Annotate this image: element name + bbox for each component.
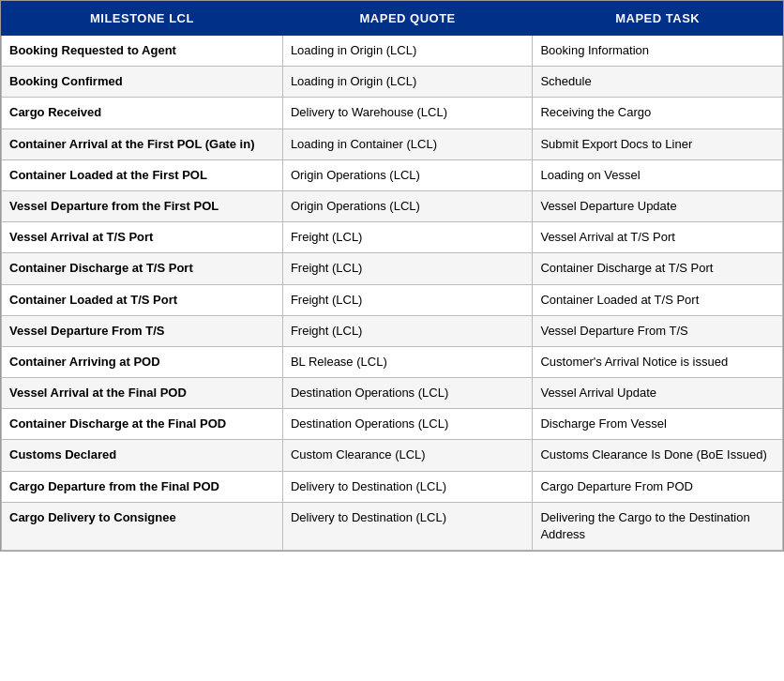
cell-milestone: Booking Confirmed: [2, 67, 283, 98]
cell-task: Customs Clearance Is Done (BoE Issued): [533, 440, 783, 471]
cell-quote: Loading in Origin (LCL): [282, 36, 533, 67]
table-row: Customs DeclaredCustom Clearance (LCL)Cu…: [2, 440, 783, 471]
table-row: Container Discharge at the Final PODDest…: [2, 409, 783, 440]
cell-quote: Freight (LCL): [282, 315, 533, 346]
cell-milestone: Vessel Departure From T/S: [2, 315, 283, 346]
table-row: Vessel Departure from the First POLOrigi…: [2, 190, 783, 221]
cell-task: Container Loaded at T/S Port: [533, 284, 783, 315]
cell-quote: Freight (LCL): [282, 222, 533, 253]
cell-task: Vessel Departure From T/S: [533, 315, 783, 346]
table-row: Cargo ReceivedDelivery to Warehouse (LCL…: [2, 98, 783, 129]
table-row: Vessel Arrival at T/S PortFreight (LCL)V…: [2, 222, 783, 253]
cell-milestone: Cargo Received: [2, 98, 283, 129]
cell-task: Receiving the Cargo: [533, 98, 783, 129]
table-row: Vessel Departure From T/SFreight (LCL)Ve…: [2, 315, 783, 346]
header-task: MAPED TASK: [533, 2, 783, 36]
table-row: Container Discharge at T/S PortFreight (…: [2, 253, 783, 284]
cell-quote: Origin Operations (LCL): [282, 190, 533, 221]
cell-quote: Destination Operations (LCL): [282, 409, 533, 440]
milestone-table: MILESTONE LCL MAPED QUOTE MAPED TASK Boo…: [1, 1, 783, 551]
cell-quote: Freight (LCL): [282, 253, 533, 284]
table-row: Booking ConfirmedLoading in Origin (LCL)…: [2, 67, 783, 98]
cell-milestone: Vessel Departure from the First POL: [2, 190, 283, 221]
cell-milestone: Customs Declared: [2, 440, 283, 471]
cell-task: Submit Export Docs to Liner: [533, 129, 783, 159]
header-milestone: MILESTONE LCL: [2, 2, 283, 36]
cell-quote: Delivery to Warehouse (LCL): [282, 98, 533, 129]
table-row: Booking Requested to AgentLoading in Ori…: [2, 36, 783, 67]
cell-milestone: Vessel Arrival at T/S Port: [2, 222, 283, 253]
cell-task: Customer's Arrival Notice is issued: [533, 346, 783, 377]
table-row: Vessel Arrival at the Final PODDestinati…: [2, 378, 783, 409]
header-quote: MAPED QUOTE: [282, 2, 533, 36]
cell-task: Discharge From Vessel: [533, 409, 783, 440]
cell-quote: Destination Operations (LCL): [282, 378, 533, 409]
cell-milestone: Container Arriving at POD: [2, 346, 283, 377]
cell-task: Cargo Departure From POD: [533, 471, 783, 502]
cell-quote: Delivery to Destination (LCL): [282, 471, 533, 502]
cell-task: Vessel Departure Update: [533, 190, 783, 221]
cell-milestone: Vessel Arrival at the Final POD: [2, 378, 283, 409]
cell-milestone: Cargo Departure from the Final POD: [2, 471, 283, 502]
cell-quote: Loading in Origin (LCL): [282, 67, 533, 98]
cell-task: Delivering the Cargo to the Destination …: [533, 502, 783, 550]
cell-quote: Custom Clearance (LCL): [282, 440, 533, 471]
cell-milestone: Container Discharge at the Final POD: [2, 409, 283, 440]
table-row: Container Arrival at the First POL (Gate…: [2, 129, 783, 159]
table-row: Container Arriving at PODBL Release (LCL…: [2, 346, 783, 377]
cell-task: Schedule: [533, 67, 783, 98]
cell-milestone: Container Loaded at T/S Port: [2, 284, 283, 315]
cell-quote: Delivery to Destination (LCL): [282, 502, 533, 550]
cell-task: Vessel Arrival at T/S Port: [533, 222, 783, 253]
table-row: Cargo Departure from the Final PODDelive…: [2, 471, 783, 502]
table-row: Cargo Delivery to ConsigneeDelivery to D…: [2, 502, 783, 550]
cell-milestone: Cargo Delivery to Consignee: [2, 502, 283, 550]
cell-task: Container Discharge at T/S Port: [533, 253, 783, 284]
cell-milestone: Container Arrival at the First POL (Gate…: [2, 129, 283, 159]
cell-quote: Freight (LCL): [282, 284, 533, 315]
cell-task: Loading on Vessel: [533, 159, 783, 190]
cell-milestone: Container Loaded at the First POL: [2, 159, 283, 190]
cell-milestone: Booking Requested to Agent: [2, 36, 283, 67]
cell-task: Vessel Arrival Update: [533, 378, 783, 409]
cell-quote: Origin Operations (LCL): [282, 159, 533, 190]
table-row: Container Loaded at T/S PortFreight (LCL…: [2, 284, 783, 315]
table-row: Container Loaded at the First POLOrigin …: [2, 159, 783, 190]
main-table-container: MILESTONE LCL MAPED QUOTE MAPED TASK Boo…: [0, 0, 784, 552]
cell-quote: Loading in Container (LCL): [282, 129, 533, 159]
cell-task: Booking Information: [533, 36, 783, 67]
cell-quote: BL Release (LCL): [282, 346, 533, 377]
cell-milestone: Container Discharge at T/S Port: [2, 253, 283, 284]
